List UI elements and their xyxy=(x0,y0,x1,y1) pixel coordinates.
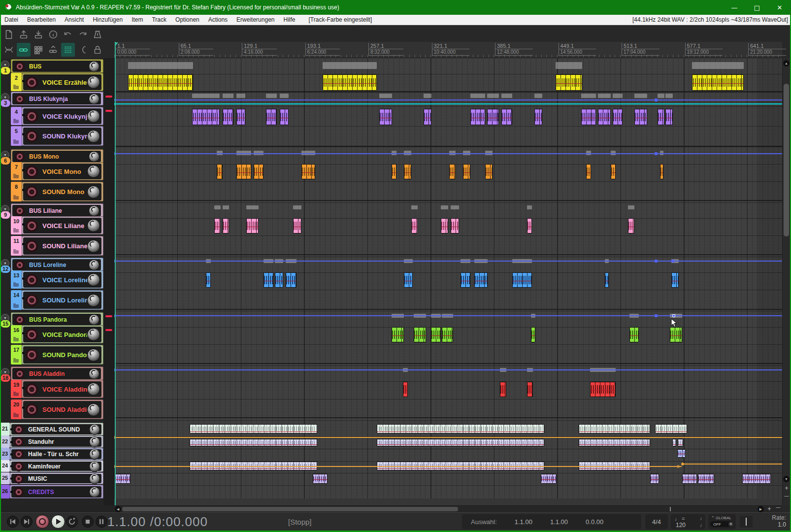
record-arm-button[interactable] xyxy=(15,315,25,325)
record-arm-button[interactable] xyxy=(26,274,38,286)
new-project-icon[interactable] xyxy=(2,28,16,41)
track-name[interactable]: MUSIC xyxy=(28,475,89,482)
pan-knob[interactable] xyxy=(87,349,100,362)
metronome-icon[interactable] xyxy=(91,28,104,41)
arrange-view[interactable] xyxy=(114,58,782,505)
track-name[interactable]: SOUND Mono xyxy=(42,188,87,196)
pan-knob[interactable] xyxy=(89,314,99,325)
track-name[interactable]: BUS Pandora xyxy=(29,316,89,323)
track-name[interactable]: BUS Loreline xyxy=(29,262,89,268)
audio-item[interactable] xyxy=(672,439,676,446)
record-arm-button[interactable] xyxy=(14,437,24,447)
audio-item[interactable] xyxy=(254,164,264,179)
pan-knob[interactable] xyxy=(89,368,99,379)
track-row[interactable]: VOICE Klukynja xyxy=(22,107,103,125)
track-row[interactable]: BUS xyxy=(11,59,103,73)
track-row[interactable]: MUSIC xyxy=(10,472,103,484)
track-name[interactable]: VOICE Erzählerin xyxy=(42,79,87,86)
record-arm-button[interactable] xyxy=(14,425,24,434)
envelope-points-move-icon[interactable] xyxy=(46,43,60,57)
envelope-point[interactable] xyxy=(671,260,674,263)
audio-item[interactable] xyxy=(556,74,582,91)
stop-button[interactable] xyxy=(82,516,94,528)
track-name[interactable]: BUS xyxy=(29,63,89,70)
audio-item[interactable] xyxy=(404,272,413,288)
envelope-line[interactable] xyxy=(682,464,782,465)
menu-datei[interactable]: Datei xyxy=(0,15,23,25)
track-name[interactable]: GENERAL SOUND xyxy=(28,426,89,433)
audio-item[interactable] xyxy=(275,272,283,288)
audio-item[interactable] xyxy=(379,109,392,125)
record-arm-button[interactable] xyxy=(14,462,24,471)
record-arm-button[interactable] xyxy=(26,220,38,232)
global-automation-value[interactable]: OFF ▼ xyxy=(710,521,734,527)
track-name[interactable]: BUS Liliane xyxy=(29,207,89,214)
track-row[interactable]: VOICE Erzählerin xyxy=(22,73,103,91)
horizontal-scrollbar-thumb[interactable] xyxy=(122,507,458,511)
audio-item[interactable] xyxy=(411,218,418,233)
audio-item[interactable] xyxy=(628,218,634,233)
selection-length[interactable]: 0.0.00 xyxy=(586,518,603,526)
audio-item[interactable] xyxy=(613,109,623,125)
vertical-scrollbar[interactable]: ▲▼+— xyxy=(782,58,790,505)
pan-knob[interactable] xyxy=(89,205,99,216)
record-arm-button[interactable] xyxy=(15,62,25,71)
audio-item[interactable] xyxy=(377,424,544,433)
envelope-point[interactable] xyxy=(677,465,680,468)
timeline-ruler[interactable]: 1.10:00.00065.12:08.000129.14:16.000193.… xyxy=(114,42,782,58)
audio-item[interactable] xyxy=(590,382,616,397)
audio-item[interactable] xyxy=(286,272,297,288)
audio-item[interactable] xyxy=(377,439,544,446)
track-row[interactable]: BUS Loreline xyxy=(11,258,103,271)
pan-knob[interactable] xyxy=(87,328,100,341)
track-name[interactable]: BUS Mono xyxy=(29,153,89,160)
track-name[interactable]: VOICE Klukynja xyxy=(42,113,87,120)
audio-item[interactable] xyxy=(424,109,431,125)
audio-item[interactable] xyxy=(449,164,456,179)
track-row[interactable]: BUS Liliane xyxy=(11,203,103,217)
audio-item[interactable] xyxy=(463,164,470,179)
scroll-right-button[interactable]: ▶ xyxy=(758,506,764,512)
track-row[interactable]: VOICE Aladdin xyxy=(22,380,103,398)
selection-panel[interactable]: Auswahl: 1.1.00 1.1.00 0.0.00 xyxy=(462,514,641,529)
track-name[interactable]: SOUND Klukynja xyxy=(42,133,87,140)
track-number[interactable]: 21 xyxy=(0,423,10,435)
locking-icon[interactable] xyxy=(91,43,104,57)
pan-knob[interactable] xyxy=(89,260,99,270)
pan-knob[interactable] xyxy=(89,61,99,72)
track-row[interactable]: SOUND Pandora xyxy=(22,345,103,365)
record-arm-button[interactable] xyxy=(26,294,38,306)
record-arm-button[interactable] xyxy=(15,260,25,270)
auto-crossfade-icon[interactable] xyxy=(2,43,16,57)
audio-item[interactable] xyxy=(611,164,616,179)
menu-ansicht[interactable]: Ansicht xyxy=(60,15,88,25)
audio-item[interactable] xyxy=(431,327,441,342)
pan-knob[interactable] xyxy=(89,151,99,162)
record-arm-button[interactable] xyxy=(14,474,24,484)
track-name[interactable]: SOUND Liliane xyxy=(42,242,87,250)
track-number[interactable]: 26 xyxy=(0,485,10,499)
audio-item[interactable] xyxy=(414,327,426,342)
record-arm-button[interactable] xyxy=(15,369,25,379)
pan-knob[interactable] xyxy=(87,110,100,123)
record-arm-button[interactable] xyxy=(26,130,38,142)
pan-knob[interactable] xyxy=(89,436,100,447)
track-row[interactable]: VOICE Liliane xyxy=(22,216,103,234)
envelope-point[interactable] xyxy=(672,314,675,317)
track-number[interactable]: 24 xyxy=(0,460,10,472)
audio-item[interactable] xyxy=(581,109,596,125)
record-arm-button[interactable] xyxy=(26,383,38,396)
track-number[interactable]: 25 xyxy=(0,472,10,484)
envelope-line[interactable] xyxy=(114,100,782,100)
zoom-in-button[interactable]: + xyxy=(783,485,791,492)
envelope-line[interactable] xyxy=(114,103,782,104)
track-number[interactable]: 1 xyxy=(0,67,10,74)
audio-item[interactable] xyxy=(236,164,251,179)
audio-item[interactable] xyxy=(650,474,659,484)
track-row[interactable]: VOICE Loreline xyxy=(22,270,103,289)
pan-knob[interactable] xyxy=(87,294,100,307)
track-name[interactable]: VOICE Mono xyxy=(42,168,87,175)
pan-knob[interactable] xyxy=(89,487,100,498)
envelope-line[interactable] xyxy=(114,466,682,467)
menu-optionen[interactable]: Optionen xyxy=(171,15,204,25)
